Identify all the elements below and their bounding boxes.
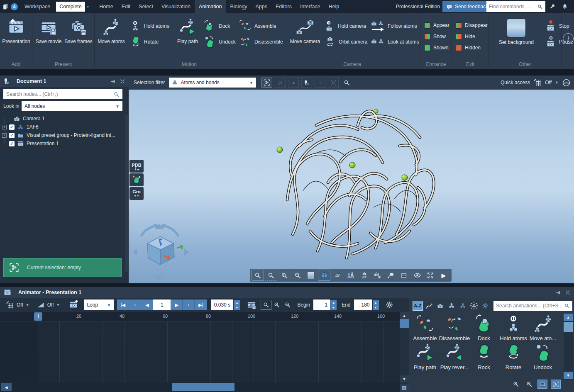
gromacs-button[interactable]: Gro✦✦ xyxy=(129,187,144,200)
snap-grid-icon[interactable] xyxy=(6,301,14,309)
appear-button[interactable]: Appear xyxy=(424,19,449,32)
fetch-pdb-button[interactable]: PDB⭳▂ xyxy=(129,160,144,173)
tree-item-1af6[interactable]: + ✓ 1AF6 xyxy=(0,123,123,131)
jump-forward-button[interactable]: › xyxy=(183,299,195,310)
palette-item-disassemble[interactable]: Disassemble xyxy=(441,314,468,341)
expander-icon[interactable]: + xyxy=(2,125,7,129)
go-first-frame-button[interactable]: |◀ xyxy=(117,299,129,310)
save-frames-button[interactable]: Save frames xyxy=(64,18,93,44)
palette-item-undock[interactable]: Undock xyxy=(529,343,557,370)
scroll-up-arrow[interactable]: ▲ xyxy=(564,314,573,321)
visibility-eye-button[interactable] xyxy=(411,270,423,281)
rotate-button[interactable]: Rotate xyxy=(130,36,159,48)
info-button[interactable]: i xyxy=(563,33,574,44)
search-icon[interactable] xyxy=(564,303,570,309)
background-button[interactable] xyxy=(305,270,317,281)
checkbox[interactable]: ✓ xyxy=(9,124,15,130)
hold-atoms-button[interactable]: Hold atoms xyxy=(130,20,169,32)
select-group-button[interactable] xyxy=(328,78,339,88)
step-forward-button[interactable]: ▶ xyxy=(171,299,183,310)
palette-item-play-reverse[interactable]: Play rever... xyxy=(441,343,468,370)
begin-field[interactable]: 1 xyxy=(313,299,330,310)
tab-animation[interactable]: Animation xyxy=(195,0,226,13)
step-back-button[interactable]: ◀ xyxy=(141,299,153,310)
playhead-line[interactable] xyxy=(38,321,38,382)
search-icon[interactable] xyxy=(113,91,120,97)
palette-item-play-path[interactable]: Play path xyxy=(411,343,439,370)
look-in-select[interactable]: All nodes ▼ xyxy=(22,101,122,111)
follow-atoms-button[interactable]: Follow atoms xyxy=(371,20,417,32)
preferences-wrench-icon[interactable] xyxy=(548,2,557,11)
chevron-down-icon[interactable]: ▼ xyxy=(555,80,559,85)
palette-item-hold-atoms[interactable]: Hold atoms xyxy=(500,314,527,341)
palette-zoom-in-button[interactable] xyxy=(511,380,521,389)
grid-plane-button[interactable] xyxy=(331,270,344,281)
assemble-button[interactable]: Assemble xyxy=(239,20,276,32)
set-background-button[interactable]: Set background xyxy=(490,18,543,45)
timeline-corner-button[interactable] xyxy=(400,384,409,392)
tree-item-camera[interactable]: Camera 1 xyxy=(0,114,123,123)
expander-icon[interactable]: + xyxy=(2,133,7,138)
fullscreen-button[interactable] xyxy=(424,270,437,281)
overlay-text-button[interactable] xyxy=(398,270,410,281)
disappear-button[interactable]: Disappear xyxy=(456,19,488,32)
timeline-zoom-out-button[interactable] xyxy=(282,300,293,310)
pin-icon[interactable] xyxy=(110,78,116,85)
orientation-cube-button[interactable] xyxy=(318,270,330,281)
select-mode-button[interactable] xyxy=(261,78,272,88)
search-animations-input[interactable] xyxy=(496,303,562,309)
tree-item-visual-preset-group[interactable]: + ✓ Visual preset group - Protein-ligand… xyxy=(0,131,123,139)
presentation-button[interactable]: Presentation xyxy=(2,18,30,44)
zoom-fit-button[interactable] xyxy=(252,270,264,281)
sort-az-button[interactable]: A-Z xyxy=(413,301,423,311)
pin-icon[interactable] xyxy=(555,290,562,296)
undock-button[interactable]: Undock xyxy=(203,36,236,48)
dock-button[interactable]: Dock xyxy=(203,20,230,32)
chevron-down-icon[interactable]: ▼ xyxy=(26,303,29,307)
save-movie-button[interactable]: Save movie xyxy=(35,18,62,44)
zoom-on-selection-button[interactable] xyxy=(341,78,352,88)
selection-filter-select[interactable]: Atoms and bonds ▼ xyxy=(169,78,256,88)
move-atoms-button[interactable]: Move atoms xyxy=(96,18,126,44)
begin-spinner[interactable]: ▲▼ xyxy=(330,300,337,310)
frame-time-spinner[interactable]: ▲▼ xyxy=(234,300,240,310)
shown-button[interactable]: Shown xyxy=(424,41,449,54)
viewport-3d[interactable]: Selection filter Atoms and bonds ▼ ▲ ≈ Q… xyxy=(129,75,574,283)
filter-atoms-icon[interactable] xyxy=(446,301,457,311)
palette-zoom-out-button[interactable] xyxy=(524,380,534,389)
tab-biology[interactable]: Biology xyxy=(226,0,251,13)
stop-button[interactable]: Stop xyxy=(545,20,569,32)
scale-1a-button[interactable]: 1Å xyxy=(344,270,357,281)
notification-badge[interactable]: 4 xyxy=(11,3,18,10)
ease-ramp-icon[interactable] xyxy=(37,301,45,309)
tab-help[interactable]: Help xyxy=(325,0,344,13)
timeline-hscrollbar[interactable]: ◀ xyxy=(0,382,400,392)
palette-scrollbar[interactable]: ▲ ▼ xyxy=(564,314,573,380)
checkbox[interactable]: ✓ xyxy=(9,141,15,146)
play-path-button[interactable]: Play path xyxy=(174,18,201,44)
current-frame-field[interactable]: 1 xyxy=(153,299,171,310)
orbit-camera-button[interactable]: Orbit camera xyxy=(324,36,367,48)
tab-editors[interactable]: Editors xyxy=(271,0,296,13)
disassemble-button[interactable]: Disassemble xyxy=(239,36,283,48)
play-button[interactable]: ▶ xyxy=(437,270,450,281)
workspace-select[interactable]: Complete ▼ xyxy=(56,2,85,12)
document-panel-header[interactable]: Document 1 xyxy=(0,75,129,87)
search-icon[interactable] xyxy=(537,4,543,10)
send-feedback-button[interactable]: Send feedback xyxy=(442,1,492,12)
animator-header[interactable]: Animator - Presentation 1 xyxy=(0,287,574,298)
zoom-out-button[interactable] xyxy=(291,270,304,281)
look-at-atoms-button[interactable]: Look at atoms xyxy=(371,36,419,48)
show-button[interactable]: Show xyxy=(424,30,446,43)
annotation-button[interactable] xyxy=(384,270,397,281)
palette-graph-view-button[interactable] xyxy=(551,380,561,389)
loop-mode-select[interactable]: Loop ▼ xyxy=(84,299,114,310)
snap-grid-icon[interactable] xyxy=(533,78,542,87)
end-spinner[interactable]: ▲▼ xyxy=(373,300,379,310)
timeline-vscrollbar[interactable]: ▲ ▼ xyxy=(400,312,409,382)
add-keyframe-icon[interactable] xyxy=(69,300,78,309)
palette-item-dock[interactable]: Dock xyxy=(470,314,498,341)
filter-settings-gear-icon[interactable] xyxy=(480,301,490,311)
timeline-ruler[interactable]: 1 20 40 60 80 100 120 140 160 xyxy=(0,312,400,321)
document-icon[interactable] xyxy=(0,0,11,13)
